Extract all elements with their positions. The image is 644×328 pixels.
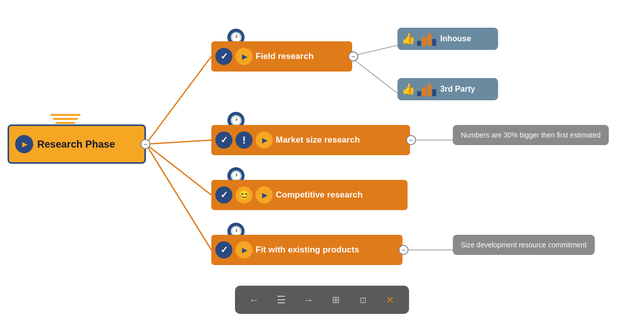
size-dev-note: Size development resource commitment xyxy=(453,235,595,255)
grid-button[interactable]: ⊞ xyxy=(327,291,345,309)
play-icon-1 xyxy=(235,48,253,65)
stack-decoration xyxy=(50,114,80,124)
fit-products-node[interactable]: Fit with existing products − xyxy=(211,235,403,265)
market-size-note-text: Numbers are 30% bigger then first estima… xyxy=(461,131,601,139)
third-party-node: 👍 3rd Party xyxy=(397,78,498,100)
bar-chart-2 xyxy=(417,82,436,96)
play-icon-2 xyxy=(256,132,273,149)
thumb-icon-1: 👍 xyxy=(401,32,415,45)
competitive-label: Competitive research xyxy=(276,190,363,200)
thumb-icon-2: 👍 xyxy=(401,83,415,96)
close-button[interactable]: ✕ xyxy=(381,291,399,309)
third-party-label: 3rd Party xyxy=(440,85,475,94)
market-size-node[interactable]: Market size research − xyxy=(211,125,410,155)
svg-line-2 xyxy=(146,144,211,195)
mindmap-canvas: Research Phase − 🕐 Field research − 🕐 Ma… xyxy=(0,0,644,328)
inhouse-label: Inhouse xyxy=(440,34,471,43)
market-size-note: Numbers are 30% bigger then first estima… xyxy=(453,125,609,145)
bar-chart-1 xyxy=(417,32,436,46)
svg-line-5 xyxy=(350,56,397,93)
svg-line-3 xyxy=(146,144,211,250)
svg-line-0 xyxy=(146,56,211,144)
play-icon-3 xyxy=(256,186,273,204)
toolbar: ← ☰ → ⊞ ⊡ ✕ xyxy=(235,286,409,314)
list-button[interactable]: ☰ xyxy=(272,291,290,309)
fit-products-minus[interactable]: − xyxy=(398,245,409,255)
exclaim-icon xyxy=(235,132,253,149)
size-dev-note-text: Size development resource commitment xyxy=(461,241,587,249)
smiley-icon: 😊 xyxy=(235,186,253,204)
checkmark-icon-1 xyxy=(215,48,232,65)
checkmark-icon-2 xyxy=(215,132,232,149)
market-size-minus[interactable]: − xyxy=(406,135,416,145)
checkmark-icon-3 xyxy=(215,186,232,204)
field-research-minus[interactable]: − xyxy=(348,51,358,61)
expand-button[interactable]: ⊡ xyxy=(354,291,372,309)
fit-products-label: Fit with existing products xyxy=(256,245,359,255)
market-size-label: Market size research xyxy=(276,135,360,145)
back-button[interactable]: ← xyxy=(245,291,263,309)
field-research-label: Field research xyxy=(256,51,313,61)
play-icon-4 xyxy=(235,241,253,258)
inhouse-node: 👍 Inhouse xyxy=(397,28,498,50)
competitive-node[interactable]: 😊 Competitive research xyxy=(211,180,408,210)
forward-button[interactable]: → xyxy=(299,291,317,309)
root-node[interactable]: Research Phase − xyxy=(8,124,146,164)
svg-line-1 xyxy=(146,140,211,144)
field-research-node[interactable]: Field research − xyxy=(211,41,352,72)
root-node-label: Research Phase xyxy=(37,139,115,150)
checkmark-icon-4 xyxy=(215,241,232,258)
play-icon xyxy=(15,135,33,153)
root-collapse-btn[interactable]: − xyxy=(140,139,150,149)
